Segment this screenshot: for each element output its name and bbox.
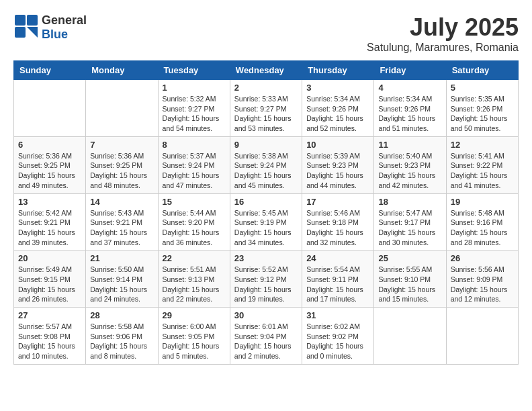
calendar-cell: 4Sunrise: 5:34 AM Sunset: 9:26 PM Daylig… xyxy=(374,80,446,137)
calendar-cell xyxy=(86,80,158,137)
day-info: Sunrise: 5:55 AM Sunset: 9:10 PM Dayligh… xyxy=(378,265,441,304)
calendar-cell: 20Sunrise: 5:49 AM Sunset: 9:15 PM Dayli… xyxy=(14,250,86,308)
day-info: Sunrise: 5:48 AM Sunset: 9:16 PM Dayligh… xyxy=(451,208,514,248)
day-info: Sunrise: 5:35 AM Sunset: 9:26 PM Dayligh… xyxy=(451,94,514,134)
day-number: 4 xyxy=(378,83,441,93)
day-info: Sunrise: 5:37 AM Sunset: 9:24 PM Dayligh… xyxy=(163,151,226,191)
calendar-cell: 31Sunrise: 6:02 AM Sunset: 9:02 PM Dayli… xyxy=(302,308,374,365)
day-number: 8 xyxy=(163,140,226,150)
calendar-week-1: 1Sunrise: 5:32 AM Sunset: 9:27 PM Daylig… xyxy=(14,80,519,137)
weekday-header-monday: Monday xyxy=(86,61,158,80)
day-info: Sunrise: 5:42 AM Sunset: 9:21 PM Dayligh… xyxy=(18,208,81,248)
calendar-table: SundayMondayTuesdayWednesdayThursdayFrid… xyxy=(13,60,519,365)
day-info: Sunrise: 5:52 AM Sunset: 9:12 PM Dayligh… xyxy=(234,265,298,304)
day-info: Sunrise: 5:40 AM Sunset: 9:23 PM Dayligh… xyxy=(378,151,441,191)
weekday-header-wednesday: Wednesday xyxy=(230,61,302,80)
logo: General Blue xyxy=(13,13,87,42)
calendar-cell: 17Sunrise: 5:46 AM Sunset: 9:18 PM Dayli… xyxy=(302,193,374,250)
day-number: 27 xyxy=(18,310,81,320)
day-info: Sunrise: 5:33 AM Sunset: 9:27 PM Dayligh… xyxy=(234,94,298,134)
weekday-header-thursday: Thursday xyxy=(302,61,374,80)
weekday-header-tuesday: Tuesday xyxy=(158,61,230,80)
day-info: Sunrise: 5:47 AM Sunset: 9:17 PM Dayligh… xyxy=(378,208,441,248)
calendar-cell: 10Sunrise: 5:39 AM Sunset: 9:23 PM Dayli… xyxy=(302,136,374,193)
day-number: 7 xyxy=(90,140,153,150)
calendar-cell: 22Sunrise: 5:51 AM Sunset: 9:13 PM Dayli… xyxy=(158,250,230,308)
calendar-cell: 8Sunrise: 5:37 AM Sunset: 9:24 PM Daylig… xyxy=(158,136,230,193)
calendar-cell: 14Sunrise: 5:43 AM Sunset: 9:21 PM Dayli… xyxy=(86,193,158,250)
calendar-cell: 30Sunrise: 6:01 AM Sunset: 9:04 PM Dayli… xyxy=(230,308,302,365)
calendar-cell: 27Sunrise: 5:57 AM Sunset: 9:08 PM Dayli… xyxy=(14,308,86,365)
calendar-cell xyxy=(374,308,446,365)
day-number: 18 xyxy=(378,197,441,207)
location: Satulung, Maramures, Romania xyxy=(367,42,519,54)
calendar-cell: 3Sunrise: 5:34 AM Sunset: 9:26 PM Daylig… xyxy=(302,80,374,137)
logo-mark xyxy=(13,13,39,42)
day-number: 24 xyxy=(306,253,369,263)
day-number: 16 xyxy=(234,197,298,207)
day-number: 22 xyxy=(163,253,226,263)
title-section: July 2025 Satulung, Maramures, Romania xyxy=(367,13,519,54)
day-info: Sunrise: 5:43 AM Sunset: 9:21 PM Dayligh… xyxy=(90,208,153,248)
day-number: 17 xyxy=(306,197,369,207)
calendar-cell: 7Sunrise: 5:36 AM Sunset: 9:25 PM Daylig… xyxy=(86,136,158,193)
day-info: Sunrise: 5:54 AM Sunset: 9:11 PM Dayligh… xyxy=(306,265,369,304)
day-number: 19 xyxy=(451,197,514,207)
day-info: Sunrise: 5:45 AM Sunset: 9:19 PM Dayligh… xyxy=(234,208,298,248)
svg-rect-2 xyxy=(15,27,26,38)
day-info: Sunrise: 6:01 AM Sunset: 9:04 PM Dayligh… xyxy=(234,322,298,361)
calendar-week-5: 27Sunrise: 5:57 AM Sunset: 9:08 PM Dayli… xyxy=(14,308,519,365)
calendar-cell xyxy=(446,308,518,365)
calendar-week-3: 13Sunrise: 5:42 AM Sunset: 9:21 PM Dayli… xyxy=(14,193,519,250)
calendar-cell: 25Sunrise: 5:55 AM Sunset: 9:10 PM Dayli… xyxy=(374,250,446,308)
day-info: Sunrise: 5:46 AM Sunset: 9:18 PM Dayligh… xyxy=(306,208,369,248)
day-info: Sunrise: 5:39 AM Sunset: 9:23 PM Dayligh… xyxy=(306,151,369,191)
day-info: Sunrise: 5:38 AM Sunset: 9:24 PM Dayligh… xyxy=(234,151,298,191)
calendar-cell: 23Sunrise: 5:52 AM Sunset: 9:12 PM Dayli… xyxy=(230,250,302,308)
day-number: 1 xyxy=(163,83,226,93)
day-number: 15 xyxy=(163,197,226,207)
calendar-cell: 13Sunrise: 5:42 AM Sunset: 9:21 PM Dayli… xyxy=(14,193,86,250)
calendar-week-4: 20Sunrise: 5:49 AM Sunset: 9:15 PM Dayli… xyxy=(14,250,519,308)
day-info: Sunrise: 5:57 AM Sunset: 9:08 PM Dayligh… xyxy=(18,322,81,361)
day-info: Sunrise: 5:50 AM Sunset: 9:14 PM Dayligh… xyxy=(90,265,153,304)
calendar-cell: 16Sunrise: 5:45 AM Sunset: 9:19 PM Dayli… xyxy=(230,193,302,250)
svg-rect-0 xyxy=(15,15,26,26)
weekday-header-saturday: Saturday xyxy=(446,61,518,80)
calendar-cell: 12Sunrise: 5:41 AM Sunset: 9:22 PM Dayli… xyxy=(446,136,518,193)
day-info: Sunrise: 5:36 AM Sunset: 9:25 PM Dayligh… xyxy=(90,151,153,191)
day-info: Sunrise: 5:41 AM Sunset: 9:22 PM Dayligh… xyxy=(451,151,514,191)
calendar-cell: 21Sunrise: 5:50 AM Sunset: 9:14 PM Dayli… xyxy=(86,250,158,308)
day-info: Sunrise: 6:00 AM Sunset: 9:05 PM Dayligh… xyxy=(163,322,226,361)
day-info: Sunrise: 5:58 AM Sunset: 9:06 PM Dayligh… xyxy=(90,322,153,361)
day-number: 26 xyxy=(451,253,514,263)
calendar-cell: 26Sunrise: 5:56 AM Sunset: 9:09 PM Dayli… xyxy=(446,250,518,308)
svg-rect-1 xyxy=(27,15,38,26)
day-number: 20 xyxy=(18,253,81,263)
day-info: Sunrise: 5:34 AM Sunset: 9:26 PM Dayligh… xyxy=(306,94,369,134)
day-number: 3 xyxy=(306,83,369,93)
calendar-cell: 1Sunrise: 5:32 AM Sunset: 9:27 PM Daylig… xyxy=(158,80,230,137)
calendar-week-2: 6Sunrise: 5:36 AM Sunset: 9:25 PM Daylig… xyxy=(14,136,519,193)
calendar-cell: 9Sunrise: 5:38 AM Sunset: 9:24 PM Daylig… xyxy=(230,136,302,193)
day-number: 10 xyxy=(306,140,369,150)
calendar-cell: 5Sunrise: 5:35 AM Sunset: 9:26 PM Daylig… xyxy=(446,80,518,137)
calendar-cell: 2Sunrise: 5:33 AM Sunset: 9:27 PM Daylig… xyxy=(230,80,302,137)
day-info: Sunrise: 5:44 AM Sunset: 9:20 PM Dayligh… xyxy=(163,208,226,248)
weekday-header-friday: Friday xyxy=(374,61,446,80)
day-number: 13 xyxy=(18,197,81,207)
calendar-cell: 24Sunrise: 5:54 AM Sunset: 9:11 PM Dayli… xyxy=(302,250,374,308)
day-info: Sunrise: 5:49 AM Sunset: 9:15 PM Dayligh… xyxy=(18,265,81,304)
day-number: 2 xyxy=(234,83,298,93)
day-number: 6 xyxy=(18,140,81,150)
day-number: 23 xyxy=(234,253,298,263)
day-number: 30 xyxy=(234,310,298,320)
day-number: 14 xyxy=(90,197,153,207)
day-number: 25 xyxy=(378,253,441,263)
day-number: 11 xyxy=(378,140,441,150)
calendar-cell: 18Sunrise: 5:47 AM Sunset: 9:17 PM Dayli… xyxy=(374,193,446,250)
logo-general: General xyxy=(42,13,87,27)
calendar-cell xyxy=(14,80,86,137)
day-info: Sunrise: 5:51 AM Sunset: 9:13 PM Dayligh… xyxy=(163,265,226,304)
day-info: Sunrise: 5:34 AM Sunset: 9:26 PM Dayligh… xyxy=(378,94,441,134)
